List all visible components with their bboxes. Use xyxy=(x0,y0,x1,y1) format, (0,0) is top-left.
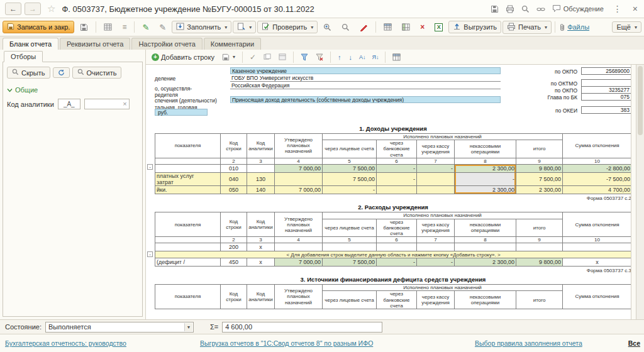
cell[interactable]: -2 800,00 xyxy=(563,164,631,172)
cell[interactable] xyxy=(417,172,455,186)
tab-requisites[interactable]: Реквизиты отчета xyxy=(60,38,130,50)
clear-filter-button[interactable] xyxy=(313,53,326,62)
red-pen-button[interactable] xyxy=(355,21,372,33)
cell[interactable]: 7 500,00 xyxy=(323,172,377,186)
header-cell[interactable]: Утверждено плановых назначений xyxy=(275,134,323,158)
cell[interactable]: 2 300,00 xyxy=(455,186,516,194)
header-cell[interactable]: итого xyxy=(516,291,563,309)
selection-sum-field[interactable]: 4 600,00 xyxy=(222,322,382,333)
cell[interactable]: 040 xyxy=(221,172,247,186)
edit-form-button[interactable]: ✎ xyxy=(155,21,170,34)
report-sheet[interactable]: - - Казенное учреждение деление ГОБУ ВПО… xyxy=(146,65,631,319)
collapse-group-icon[interactable]: - xyxy=(147,164,153,170)
cell[interactable]: 4 700,00 xyxy=(563,186,631,194)
cell[interactable]: - xyxy=(323,186,377,194)
cell[interactable]: 2 xyxy=(221,158,247,164)
excel-button[interactable]: X xyxy=(430,21,447,33)
sort-ascending-button[interactable]: А↓ xyxy=(357,53,368,62)
header-cell[interactable]: Код строки xyxy=(221,285,247,309)
header-cell[interactable]: итого xyxy=(516,140,563,158)
cell[interactable]: 450 xyxy=(221,258,247,267)
grid-view-button[interactable] xyxy=(99,21,116,33)
cell[interactable]: 10 xyxy=(563,237,631,243)
cell[interactable]: 9 800,00 xyxy=(516,164,563,172)
header-cell[interactable]: Код строки xyxy=(221,212,247,237)
cell[interactable]: -7 500,00 xyxy=(563,172,631,186)
cell[interactable]: 7 000,00 xyxy=(275,164,323,172)
sort-descending-button[interactable]: Я↓ xyxy=(370,53,380,62)
header-cell[interactable]: итого xyxy=(516,219,563,237)
cell[interactable]: 9 xyxy=(516,158,563,164)
cell[interactable] xyxy=(155,164,221,172)
cell[interactable]: х xyxy=(247,258,275,267)
cell[interactable]: - xyxy=(377,164,417,172)
cell[interactable]: йки. xyxy=(155,186,221,194)
header-cell[interactable]: через кассу учреждения xyxy=(417,219,455,237)
cell[interactable] xyxy=(563,243,631,251)
cell[interactable]: 010 xyxy=(221,164,247,172)
cell[interactable]: 10 xyxy=(563,158,631,164)
header-cell[interactable]: Код аналитики xyxy=(247,212,275,237)
header-cell[interactable]: показателя xyxy=(155,134,221,158)
kebab-menu-icon[interactable]: ⋮ xyxy=(611,4,625,14)
cell[interactable]: 6 xyxy=(377,158,417,164)
header-cell[interactable]: показателя xyxy=(155,285,221,309)
comparison-box[interactable]: _А_ xyxy=(58,99,80,109)
paste-cells-button[interactable] xyxy=(276,53,289,61)
scrollbar-thumb[interactable] xyxy=(638,66,643,135)
unit-field[interactable]: руб. xyxy=(155,109,208,116)
refresh-button[interactable] xyxy=(53,67,70,78)
cell[interactable] xyxy=(155,237,221,243)
header-cell[interactable]: через лицевые счета xyxy=(323,140,377,158)
cell[interactable]: х xyxy=(563,258,631,267)
export-reports-link[interactable]: Выгрузка отчетов в "1С:Свод отчетов 8" п… xyxy=(200,339,373,347)
cell[interactable]: 5 xyxy=(323,237,377,243)
cell[interactable] xyxy=(155,243,221,251)
cell[interactable]: 140 xyxy=(247,186,275,194)
cell[interactable] xyxy=(323,243,377,251)
header-cell[interactable]: некассовыми операциями xyxy=(455,291,516,309)
cell[interactable]: 200 xyxy=(221,243,247,251)
org-country-field[interactable]: Российская Федерация xyxy=(230,82,501,89)
more-button[interactable]: Ещё▾ xyxy=(612,21,641,33)
header-cell[interactable]: через лицевые счета xyxy=(323,291,377,309)
zoom-button[interactable] xyxy=(337,21,354,33)
cell[interactable]: 2 300,00 xyxy=(455,164,516,172)
org-name-field[interactable]: ГОБУ ВПО Университет искусств xyxy=(230,75,501,82)
cell[interactable]: 2 xyxy=(221,237,247,243)
cell[interactable]: 050 xyxy=(221,186,247,194)
cell[interactable]: 7 500,00 xyxy=(323,258,377,267)
edit-button[interactable]: ✎ xyxy=(138,21,153,34)
cell[interactable]: 7 500,00 xyxy=(323,164,377,172)
cell[interactable] xyxy=(377,243,417,251)
header-cell[interactable]: Код аналитики xyxy=(247,285,275,309)
cell[interactable]: 4 xyxy=(275,158,323,164)
header-cell[interactable]: через лицевые счета xyxy=(323,219,377,237)
cell[interactable]: 5 xyxy=(323,158,377,164)
cell[interactable] xyxy=(155,158,221,164)
tab-settings[interactable]: Настройки отчета xyxy=(131,38,202,50)
cell[interactable]: 2 300,00 xyxy=(516,186,563,194)
back-button[interactable]: ← xyxy=(5,3,21,15)
header-cell[interactable]: Сумма отклонения xyxy=(563,212,631,237)
cell[interactable] xyxy=(275,243,323,251)
filter-group-common[interactable]: Общие xyxy=(7,86,138,94)
cell[interactable]: 7 xyxy=(417,158,455,164)
clear-x-button[interactable]: × xyxy=(416,21,429,33)
add-row-button[interactable]: + Добавить строку xyxy=(149,53,217,62)
header-cell[interactable]: через кассу учреждения xyxy=(417,291,455,309)
cell[interactable]: 7 xyxy=(417,237,455,243)
analytics-code-input[interactable]: × xyxy=(84,99,130,109)
header-cell[interactable]: Исполнено плановых назначений xyxy=(323,134,563,140)
org-type-field[interactable]: Казенное учреждение xyxy=(230,67,501,74)
cell[interactable]: 3 xyxy=(247,237,275,243)
cell[interactable]: 6 xyxy=(377,237,417,243)
cell[interactable]: - xyxy=(417,258,455,267)
close-button[interactable]: × xyxy=(631,4,639,14)
cell[interactable]: - xyxy=(377,258,417,267)
tab-comments[interactable]: Комментарии xyxy=(204,38,261,50)
table-settings-button[interactable] xyxy=(390,53,403,62)
zoom-in-button[interactable] xyxy=(319,21,336,33)
cell[interactable] xyxy=(247,164,275,172)
add-rows-hint[interactable]: < Для добавления строк выделите данную о… xyxy=(155,251,632,258)
